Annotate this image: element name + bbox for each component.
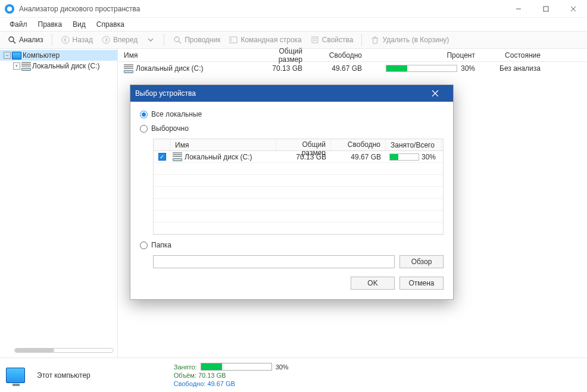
menu-edit[interactable]: Правка	[33, 19, 67, 30]
chevron-down-icon	[146, 35, 155, 45]
progress-bar	[386, 65, 457, 72]
radio-label: Все локальные	[151, 110, 202, 118]
properties-icon	[310, 35, 320, 45]
toolbar-separator	[52, 34, 52, 46]
titlebar: Анализатор дискового пространства	[0, 0, 587, 18]
dialog-body: Все локальные Выборочно Имя Общий размер…	[130, 102, 453, 299]
cell-name-text: Локальный диск (C:)	[136, 64, 204, 73]
cell-name: Локальный диск (C:)	[170, 152, 276, 161]
forward-button[interactable]: Вперед	[98, 33, 141, 46]
col-header-free[interactable]: Свободно	[308, 51, 368, 59]
cell-state: Без анализа	[481, 64, 547, 73]
table-row[interactable]: Локальный диск (C:) 70.13 GB 49.67 GB 30…	[118, 62, 587, 75]
tree-item-computer[interactable]: − Компьютер	[0, 50, 117, 61]
trash-icon	[370, 35, 380, 45]
checkbox-checked-icon[interactable]: ✓	[158, 153, 166, 161]
svg-point-7	[102, 36, 110, 43]
explorer-button[interactable]: Проводник	[169, 33, 224, 46]
dialog-close-button[interactable]	[432, 90, 448, 97]
analyze-label: Анализ	[19, 36, 43, 44]
app-icon	[5, 4, 14, 14]
volume-line: Объём: 70.13 GB	[174, 372, 289, 379]
menu-help[interactable]: Справка	[92, 19, 129, 30]
cell-ratio: 30%	[386, 153, 442, 161]
disk-icon	[124, 64, 133, 73]
dialog-titlebar[interactable]: Выбор устройства	[130, 85, 453, 102]
folder-row: Обзор	[153, 255, 444, 268]
browse-button[interactable]: Обзор	[399, 255, 444, 268]
history-dropdown[interactable]	[142, 33, 159, 46]
dialog-table-row[interactable]: ✓ Локальный диск (C:) 70.13 GB 49.67 GB …	[154, 151, 443, 163]
radio-label: Папка	[151, 241, 171, 249]
arrow-right-icon	[101, 35, 111, 45]
tree-item-label: Локальный диск (C:)	[32, 62, 100, 70]
back-button[interactable]: Назад	[57, 33, 96, 46]
tree-item-disk[interactable]: + Локальный диск (C:)	[0, 61, 117, 71]
svg-point-4	[9, 37, 14, 42]
window-title: Анализатор дискового пространства	[19, 5, 505, 13]
free-line: Свободно: 49.67 GB	[174, 380, 289, 387]
analyze-button[interactable]: Анализ	[4, 33, 47, 46]
col-header-check[interactable]	[154, 139, 170, 150]
cancel-button[interactable]: Отмена	[399, 277, 444, 290]
cell-name-text: Локальный диск (C:)	[185, 153, 252, 161]
cell-free: 49.67 GB	[308, 64, 368, 73]
computer-icon	[6, 368, 25, 383]
ok-button[interactable]: OK	[351, 277, 395, 290]
toolbar-separator	[164, 34, 164, 46]
back-label: Назад	[73, 36, 93, 44]
menu-view[interactable]: Вид	[68, 19, 90, 30]
expand-icon[interactable]: +	[13, 62, 20, 70]
status-progress	[201, 363, 272, 371]
horizontal-scrollbar[interactable]	[14, 348, 114, 353]
toolbar-separator	[361, 34, 362, 46]
status-stats: Занято: 30% Объём: 70.13 GB Свободно: 49…	[174, 363, 289, 387]
forward-label: Вперед	[113, 36, 138, 44]
toolbar: Анализ Назад Вперед Проводник Командная …	[0, 31, 587, 49]
close-button[interactable]	[560, 0, 587, 18]
magnifier-icon	[7, 35, 17, 45]
svg-line-9	[179, 41, 181, 43]
cmd-label: Командная строка	[241, 36, 301, 44]
cmd-button[interactable]: Командная строка	[225, 33, 305, 46]
progress-fill	[386, 65, 407, 71]
collapse-icon[interactable]: −	[4, 52, 11, 59]
col-header-total[interactable]: Общий размер	[276, 139, 331, 150]
svg-point-8	[174, 37, 179, 42]
cell-name: Локальный диск (C:)	[118, 64, 249, 73]
dialog-buttons: OK Отмена	[140, 277, 444, 290]
tree[interactable]: − Компьютер + Локальный диск (C:)	[0, 50, 117, 346]
folder-path-input[interactable]	[153, 255, 395, 268]
col-header-state[interactable]: Состояние	[481, 51, 547, 59]
cell-total: 70.13 GB	[276, 153, 331, 161]
percent-text: 30%	[421, 153, 436, 161]
radio-selective[interactable]: Выборочно	[140, 124, 444, 133]
radio-icon	[140, 242, 148, 249]
table-row-empty	[154, 187, 443, 199]
properties-label: Свойства	[322, 36, 354, 44]
radio-folder[interactable]: Папка	[140, 241, 444, 249]
col-header-ratio[interactable]: Занято/Всего	[386, 139, 442, 150]
tree-item-label: Компьютер	[23, 51, 60, 59]
minimize-button[interactable]	[505, 0, 532, 18]
maximize-button[interactable]	[532, 0, 560, 18]
cell-total: 70.13 GB	[249, 64, 308, 73]
svg-rect-10	[230, 37, 237, 43]
menubar: Файл Правка Вид Справка	[0, 18, 587, 31]
radio-all-local[interactable]: Все локальные	[140, 110, 444, 118]
dialog-drive-table: Имя Общий размер Свободно Занято/Всего ✓…	[153, 139, 444, 235]
cell-free: 49.67 GB	[331, 153, 386, 161]
col-header-total[interactable]: Общий размер	[249, 47, 308, 64]
radio-label: Выборочно	[151, 124, 189, 133]
window-controls	[505, 0, 587, 18]
col-header-percent[interactable]: Процент	[368, 51, 481, 59]
col-header-name[interactable]: Имя	[170, 139, 276, 150]
properties-button[interactable]: Свойства	[307, 33, 357, 46]
dialog-table-header: Имя Общий размер Свободно Занято/Всего	[154, 139, 443, 151]
col-header-free[interactable]: Свободно	[331, 139, 386, 150]
delete-button[interactable]: Удалить (в Корзину)	[367, 33, 452, 46]
col-header-name[interactable]: Имя	[118, 51, 249, 59]
menu-file[interactable]: Файл	[5, 19, 32, 30]
table-row-empty	[154, 211, 443, 222]
table-row-empty	[154, 175, 443, 187]
